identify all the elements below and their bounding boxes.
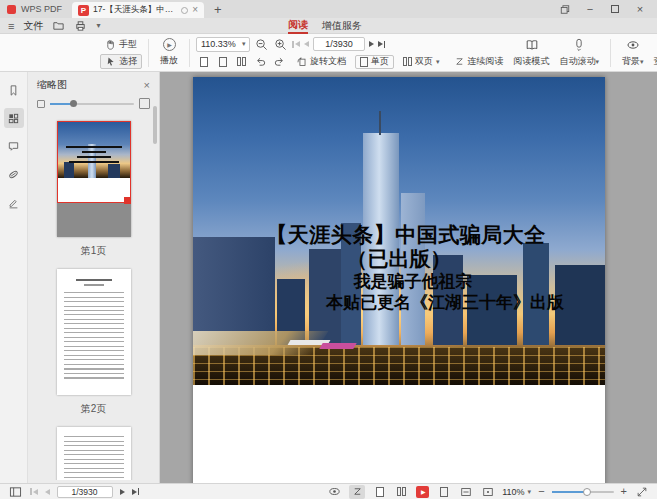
page-number-input[interactable] [313, 37, 365, 51]
next-page-button[interactable] [369, 41, 374, 47]
signature-panel-button[interactable] [4, 192, 24, 212]
last-page-button[interactable] [378, 41, 386, 48]
tab-reading[interactable]: 阅读 [288, 18, 308, 34]
zoom-level-dropdown[interactable]: 110% ▾ [502, 487, 531, 497]
quick-access-chevron-icon[interactable]: ▾ [96, 21, 100, 30]
previous-page-button[interactable] [304, 41, 309, 47]
thumbnail-1-label: 第1页 [81, 244, 107, 258]
statusbar: ▶ 110% ▾ − + [0, 483, 657, 499]
fit-page-button[interactable] [234, 55, 249, 69]
zoom-out-button[interactable]: − [538, 486, 544, 497]
next-page-button[interactable] [120, 489, 125, 495]
continuous-reading-button[interactable]: 连续阅读 [449, 55, 509, 69]
rotate-document-button[interactable]: 旋转文档 [291, 55, 351, 69]
previous-view-button[interactable] [253, 55, 268, 69]
new-tab-button[interactable]: + [214, 3, 222, 16]
bookmarks-panel-button[interactable] [4, 80, 24, 100]
continuous-icon [352, 486, 363, 497]
large-thumbnail-icon[interactable] [139, 98, 150, 109]
panel-scrollbar[interactable] [153, 106, 157, 144]
document-viewer[interactable]: 【天涯头条】中国式骗局大全 （已出版） 我是骗子他祖宗 本贴已更名《江湖三十年》… [160, 72, 657, 483]
continuous-reading-toggle[interactable] [349, 485, 365, 499]
thumbnails-panel: 缩略图 × [28, 72, 160, 483]
slider-handle[interactable] [70, 100, 77, 107]
thumbnails-panel-button[interactable] [4, 108, 24, 128]
zoom-out-button[interactable] [254, 37, 269, 51]
thumbnails-icon [7, 112, 20, 125]
last-page-button[interactable] [132, 488, 140, 495]
panel-title: 缩略图 [37, 78, 67, 92]
panel-close-icon[interactable]: × [144, 80, 150, 91]
visible-area-indicator [57, 121, 131, 203]
reading-toolbar: 手型 选择 ▶ 播放 110.33% ▾ [0, 34, 657, 72]
fit-width-button[interactable] [215, 55, 230, 69]
chevron-down-icon: ▾ [242, 40, 246, 48]
find-button[interactable]: 查找 [649, 38, 657, 68]
continuous-icon [454, 56, 465, 67]
double-page-view-button[interactable] [394, 485, 409, 499]
auto-scroll-icon [572, 38, 586, 52]
first-page-button[interactable] [30, 488, 38, 495]
hand-tool-button[interactable]: 手型 [100, 37, 142, 52]
zoom-slider-handle[interactable] [583, 488, 591, 496]
zoom-in-button[interactable]: + [621, 486, 627, 497]
minimize-icon[interactable]: − [585, 4, 595, 14]
tab-close-icon[interactable]: × [192, 5, 198, 15]
ribbon-tabs: 阅读 增值服务 [288, 18, 362, 34]
zoom-in-button[interactable] [273, 37, 288, 51]
eye-protection-button[interactable] [327, 485, 342, 499]
double-page-mode-button[interactable]: 双页 ▾ [398, 55, 445, 69]
titlebar: WPS PDF P 17-【天涯头条】中国式骗局 × + − × [0, 0, 657, 18]
actual-size-button[interactable] [196, 55, 211, 69]
pdf-file-icon: P [78, 5, 89, 16]
wps-pdf-window: WPS PDF P 17-【天涯头条】中国式骗局 × + − × ≡ 文件 ▾ … [0, 0, 657, 499]
fit-page-button[interactable] [436, 485, 451, 499]
file-menu[interactable]: 文件 [23, 19, 43, 33]
document-tab-title: 17-【天涯头条】中国式骗局 [93, 4, 177, 16]
main-menu-icon[interactable]: ≡ [8, 20, 14, 32]
comments-panel-button[interactable] [4, 136, 24, 156]
thumbnail-size-slider[interactable] [50, 103, 134, 105]
small-thumbnail-icon[interactable] [37, 100, 45, 108]
play-slideshow-button[interactable]: ▶ 播放 [155, 38, 183, 67]
document-tab[interactable]: P 17-【天涯头条】中国式骗局 × [72, 2, 204, 18]
hand-icon [105, 39, 116, 50]
zoom-level-dropdown[interactable]: 110.33% ▾ [196, 37, 250, 52]
page-number-input[interactable] [57, 486, 113, 498]
tab-value-added-services[interactable]: 增值服务 [322, 18, 362, 34]
single-page-view-button[interactable] [372, 485, 387, 499]
play-slideshow-button[interactable]: ▶ [416, 486, 429, 498]
signature-pen-icon [7, 196, 20, 209]
zoom-slider[interactable] [552, 491, 614, 493]
toggle-sidebar-button[interactable] [8, 485, 23, 499]
close-window-icon[interactable]: × [635, 4, 645, 14]
thumbnail-page-2[interactable] [57, 269, 131, 395]
auto-scroll-button[interactable]: 自动滚动▾ [555, 38, 605, 68]
maximize-icon[interactable] [610, 4, 620, 14]
fit-width-button[interactable] [458, 485, 473, 499]
select-tool-button[interactable]: 选择 [100, 54, 142, 69]
next-view-button[interactable] [272, 55, 287, 69]
background-button[interactable]: 背景▾ [617, 38, 649, 68]
first-page-button[interactable] [292, 41, 300, 48]
rotate-icon [296, 56, 307, 67]
doc-title-line-3: 我是骗子他祖宗 [207, 271, 605, 292]
open-file-icon[interactable] [52, 19, 65, 32]
attachment-icon [7, 168, 20, 181]
cursor-icon [105, 56, 116, 67]
attachments-panel-button[interactable] [4, 164, 24, 184]
thumbnail-page-3[interactable] [57, 427, 131, 480]
fullscreen-button[interactable] [634, 485, 649, 499]
actual-size-button[interactable] [480, 485, 495, 499]
thumbnail-page-1[interactable] [57, 121, 131, 237]
eye-icon [626, 38, 640, 52]
reading-mode-button[interactable]: 阅读模式 [509, 38, 555, 68]
selection-corner-badge [124, 197, 131, 204]
pdf-page-1[interactable]: 【天涯头条】中国式骗局大全 （已出版） 我是骗子他祖宗 本贴已更名《江湖三十年》… [193, 77, 605, 483]
single-page-mode-button[interactable]: 单页 [355, 55, 394, 69]
doc-title-line-1: 【天涯头条】中国式骗局大全 [200, 223, 605, 247]
restore-window-icon[interactable] [560, 4, 570, 14]
chevron-down-icon: ▾ [528, 488, 532, 496]
print-icon[interactable] [74, 19, 87, 32]
previous-page-button[interactable] [45, 489, 50, 495]
